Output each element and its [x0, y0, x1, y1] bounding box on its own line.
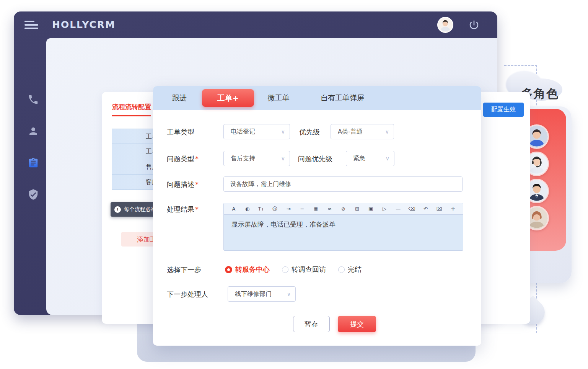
chevron-down-icon: ∨ — [287, 291, 291, 297]
result-editor-content[interactable]: 显示屏故障，电话已受理，准备派单 — [224, 215, 463, 251]
next-handler-select[interactable]: 线下维修部门 ∨ — [228, 286, 296, 302]
next-handler-label: 下一步处理人 — [167, 290, 208, 299]
ticket-type-select[interactable]: 电话登记 ∨ — [223, 124, 290, 139]
person-icon — [28, 126, 39, 137]
sidebar-item-customers[interactable] — [24, 126, 43, 142]
tab-micro-ticket[interactable]: 微工单 — [268, 93, 290, 103]
menu-toggle-icon[interactable] — [24, 21, 39, 30]
next-step-radio-group: 转服务中心 转调查回访 完结 — [225, 265, 374, 274]
priority-value: A类-普通 — [338, 128, 363, 136]
logout-power-icon[interactable] — [468, 19, 480, 31]
next-handler-value: 线下维修部门 — [235, 290, 272, 298]
tab-follow-up[interactable]: 跟进 — [172, 93, 187, 103]
text-size-icon[interactable]: Tт — [254, 204, 268, 214]
sidebar-item-tickets-active[interactable] — [24, 157, 43, 174]
editor-toolbar: A ◐ Tт ☺ ⇥ ≡ ≣ ∞ ⊘ ⊞ ▣ ▷ — ⌫ ↶ ⌧ ✛ — [224, 203, 463, 215]
tab-process-flow-config[interactable]: 流程流转配置 — [112, 103, 151, 116]
issue-desc-input[interactable] — [223, 176, 463, 192]
divider-icon[interactable]: — — [391, 204, 405, 214]
dashed-connector-top — [504, 65, 537, 66]
user-avatar[interactable] — [437, 17, 453, 33]
bullet-list-icon[interactable]: ≣ — [309, 204, 323, 214]
result-label: 处理结果* — [167, 205, 199, 214]
submit-button[interactable]: 提交 — [338, 316, 376, 332]
video-icon[interactable]: ▷ — [378, 204, 391, 214]
image-icon[interactable]: ▣ — [364, 204, 378, 214]
radio-transfer-service-center[interactable]: 转服务中心 — [225, 265, 270, 274]
fullscreen-icon[interactable]: ✛ — [446, 204, 460, 214]
clipboard-icon — [28, 157, 39, 169]
priority-select[interactable]: A类-普通 ∨ — [331, 124, 394, 139]
tab-own-ticket-popup[interactable]: 自有工单弹屏 — [321, 93, 364, 103]
link-icon[interactable]: ∞ — [323, 204, 337, 214]
radio-unselected-icon — [338, 266, 345, 273]
brand-logo: HOLLYCRM — [52, 19, 116, 30]
screen: 多角色 — [0, 0, 588, 369]
undo-icon[interactable]: ↶ — [419, 204, 433, 214]
save-draft-button[interactable]: 暂存 — [293, 316, 330, 332]
radio-unselected-icon — [282, 266, 288, 273]
phone-icon — [28, 94, 39, 105]
issue-priority-select[interactable]: 紧急 ∨ — [346, 151, 394, 166]
issue-priority-label: 问题优先级 — [298, 154, 332, 163]
ticket-dialog-tabbar: 跟进 工单+ 微工单 自有工单弹屏 — [153, 86, 481, 110]
unlink-icon[interactable]: ⊘ — [337, 204, 350, 214]
user-avatar-icon — [438, 18, 453, 32]
issue-type-label: 问题类型* — [167, 154, 199, 163]
table-icon[interactable]: ⊞ — [350, 204, 364, 214]
chevron-down-icon: ∨ — [385, 129, 389, 135]
tab-ticket-plus-active[interactable]: 工单+ — [202, 89, 254, 107]
font-format-icon[interactable]: A — [227, 204, 241, 214]
apply-config-button[interactable]: 配置生效 — [483, 103, 524, 117]
chevron-down-icon: ∨ — [281, 129, 285, 135]
warning-icon: ! — [114, 206, 121, 213]
issue-priority-value: 紧急 — [353, 155, 365, 163]
priority-label: 优先级 — [299, 127, 320, 137]
chevron-down-icon: ∨ — [281, 155, 285, 162]
issue-type-value: 售后支持 — [231, 155, 255, 163]
sidebar-item-calls[interactable] — [24, 94, 43, 111]
chevron-down-icon: ∨ — [386, 155, 389, 162]
indent-icon[interactable]: ⇥ — [282, 204, 295, 214]
result-rich-editor[interactable]: A ◐ Tт ☺ ⇥ ≡ ≣ ∞ ⊘ ⊞ ▣ ▷ — ⌫ ↶ ⌧ ✛ 显示屏故障… — [223, 203, 463, 251]
emoji-icon[interactable]: ☺ — [268, 204, 282, 214]
ticket-dialog: 跟进 工单+ 微工单 自有工单弹屏 工单类型 电话登记 ∨ 优先级 A类-普通 … — [153, 86, 481, 346]
radio-transfer-survey-callback[interactable]: 转调查回访 — [282, 265, 326, 274]
eraser-icon[interactable]: ⌫ — [405, 204, 419, 214]
radio-selected-icon — [225, 266, 232, 273]
shield-check-icon — [28, 189, 39, 200]
ticket-type-value: 电话登记 — [231, 128, 255, 136]
next-step-label: 选择下一步 — [167, 265, 201, 274]
issue-type-select[interactable]: 售后支持 ∨ — [223, 151, 290, 166]
color-palette-icon[interactable]: ◐ — [241, 204, 254, 214]
app-header: HOLLYCRM — [14, 11, 497, 38]
radio-finish[interactable]: 完结 — [338, 265, 362, 274]
ticket-type-label: 工单类型 — [167, 127, 194, 137]
sidebar-item-security[interactable] — [24, 189, 43, 206]
delete-icon[interactable]: ⌧ — [432, 204, 446, 214]
align-icon[interactable]: ≡ — [295, 204, 309, 214]
issue-desc-label: 问题描述* — [167, 180, 199, 189]
